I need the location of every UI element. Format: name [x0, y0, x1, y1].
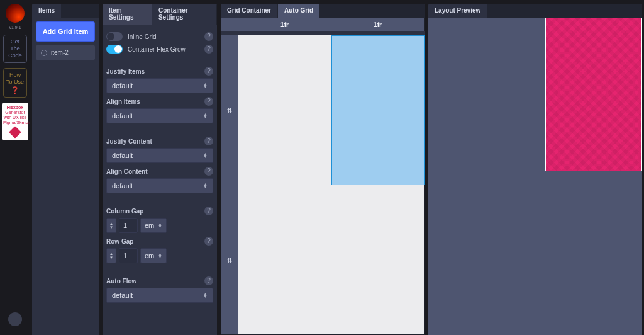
flex-grow-toggle[interactable] — [106, 45, 123, 54]
help-icon[interactable]: ? — [204, 167, 213, 176]
justify-content-value: default — [112, 152, 133, 159]
help-icon[interactable]: ? — [204, 237, 213, 246]
chevron-updown-icon: ▲▼ — [158, 253, 162, 258]
items-panel: Items Add Grid Item item-2 — [32, 4, 99, 335]
inline-grid-label: Inline Grid — [128, 33, 157, 40]
tab-auto-grid[interactable]: Auto Grid — [278, 4, 320, 18]
grid-cell[interactable] — [238, 35, 331, 185]
github-icon[interactable] — [8, 312, 22, 326]
tab-item-settings[interactable]: Item Settings — [103, 4, 152, 25]
chevron-updown-icon: ▲▼ — [203, 153, 208, 158]
version-label: v1.9.1 — [9, 25, 21, 30]
grid-cell-selected[interactable] — [331, 35, 425, 185]
left-rail: v1.9.1 Get The Code How To Use ❓ Flexbox… — [0, 0, 30, 335]
auto-flow-value: default — [112, 292, 133, 299]
auto-flow-label: Auto Flow — [106, 278, 136, 285]
flexbox-promo-icon — [9, 126, 21, 139]
justify-content-label: Justify Content — [106, 138, 152, 145]
visibility-icon[interactable] — [41, 50, 47, 56]
app-logo[interactable] — [6, 4, 25, 23]
grid-cell[interactable] — [331, 185, 425, 335]
how-to-use-label: How To Use — [6, 72, 24, 85]
auto-flow-select[interactable]: default ▲▼ — [106, 288, 213, 303]
align-items-select[interactable]: default ▲▼ — [106, 108, 213, 123]
align-items-label: Align Items — [106, 98, 140, 105]
tab-container-settings[interactable]: Container Settings — [152, 4, 217, 25]
flex-grow-label: Container Flex Grow — [128, 46, 186, 53]
align-items-value: default — [112, 112, 133, 120]
column-gap-unit: em — [145, 222, 154, 229]
help-icon[interactable]: ? — [204, 45, 213, 54]
flexbox-promo-sub: Generator with UX like Figma/Sketch — [3, 110, 30, 125]
grid-panel: Grid Container Auto Grid 1fr 1fr ⇅ ⇅ — [221, 4, 425, 335]
justify-items-label: Justify Items — [106, 68, 145, 75]
grid-col-header[interactable]: 1fr — [331, 18, 425, 31]
row-gap-label: Row Gap — [106, 238, 133, 245]
justify-items-value: default — [112, 82, 133, 89]
align-content-select[interactable]: default ▲▼ — [106, 178, 213, 193]
chevron-updown-icon: ▲▼ — [203, 83, 208, 88]
grid-corner — [221, 18, 238, 31]
help-icon[interactable]: ? — [204, 276, 213, 285]
grid-item-label: item-2 — [51, 49, 69, 56]
column-gap-label: Column Gap — [106, 208, 143, 215]
how-to-use-button[interactable]: How To Use ❓ — [3, 68, 27, 98]
align-content-label: Align Content — [106, 168, 148, 175]
chevron-updown-icon: ▲▼ — [203, 293, 208, 298]
tab-grid-container[interactable]: Grid Container — [221, 4, 278, 18]
help-icon[interactable]: ? — [204, 32, 213, 41]
column-gap-input[interactable]: 1 — [119, 218, 138, 233]
preview-panel: Layout Preview — [428, 4, 642, 335]
inline-grid-toggle[interactable] — [106, 32, 123, 41]
row-gap-stepper[interactable]: ▲▼ — [106, 248, 116, 263]
help-icon[interactable]: ? — [204, 207, 213, 215]
tab-layout-preview[interactable]: Layout Preview — [428, 4, 487, 18]
tab-items[interactable]: Items — [32, 4, 62, 18]
preview-item[interactable] — [545, 18, 642, 171]
help-icon[interactable]: ? — [204, 97, 213, 106]
column-gap-stepper[interactable]: ▲▼ — [106, 218, 116, 233]
column-gap-unit-select[interactable]: em ▲▼ — [140, 218, 167, 233]
help-icon: ❓ — [5, 87, 25, 94]
grid-item-entry[interactable]: item-2 — [36, 45, 95, 60]
help-icon[interactable]: ? — [204, 67, 213, 76]
row-gap-unit: em — [145, 252, 154, 259]
chevron-updown-icon: ▲▼ — [158, 223, 162, 228]
row-gap-input[interactable]: 1 — [119, 248, 138, 263]
flexbox-promo-card[interactable]: Flexbox Generator with UX like Figma/Ske… — [2, 103, 28, 140]
chevron-updown-icon: ▲▼ — [203, 183, 208, 188]
settings-panel: Item Settings Container Settings Inline … — [103, 4, 217, 335]
chevron-updown-icon: ▲▼ — [203, 113, 208, 118]
grid-col-header[interactable]: 1fr — [238, 18, 331, 31]
row-gap-unit-select[interactable]: em ▲▼ — [140, 248, 167, 263]
grid-row-header[interactable]: ⇅ — [221, 35, 238, 185]
justify-items-select[interactable]: default ▲▼ — [106, 78, 213, 93]
help-icon[interactable]: ? — [204, 137, 213, 145]
align-content-value: default — [112, 182, 133, 190]
grid-row-header[interactable]: ⇅ — [221, 185, 238, 335]
flexbox-promo-title: Flexbox — [7, 105, 23, 110]
add-grid-item-button[interactable]: Add Grid Item — [36, 21, 95, 42]
preview-canvas — [428, 18, 642, 335]
grid-cell[interactable] — [238, 185, 331, 335]
justify-content-select[interactable]: default ▲▼ — [106, 148, 213, 163]
get-code-button[interactable]: Get The Code — [3, 35, 27, 63]
